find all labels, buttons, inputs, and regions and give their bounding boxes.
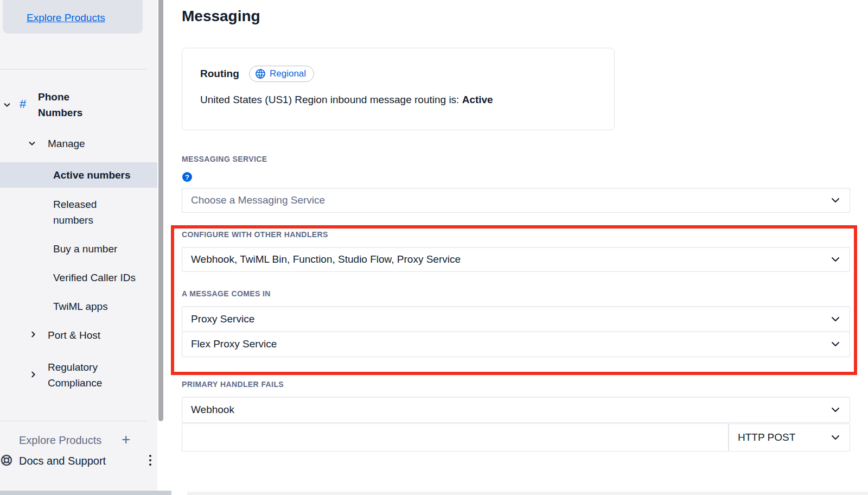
sidebar-item-twiml-apps[interactable]: TwiML apps — [53, 299, 108, 314]
chevron-down-icon — [830, 314, 841, 325]
footer-explore-products[interactable]: Explore Products — [19, 434, 101, 447]
explore-products-link[interactable]: Explore Products — [27, 12, 105, 24]
chevron-down-icon — [830, 339, 841, 350]
http-method-select[interactable]: HTTP POST — [729, 423, 850, 452]
explore-products-box: Explore Products — [3, 0, 143, 34]
messaging-service-label: MESSAGING SERVICE — [182, 155, 267, 163]
sidebar-item-manage[interactable]: Manage — [48, 136, 85, 151]
chevron-down-icon[interactable] — [3, 101, 11, 109]
page-title: Messaging — [182, 8, 260, 25]
primary-handler-fails-select[interactable]: Webhook — [182, 397, 850, 423]
sidebar-divider-top — [0, 69, 147, 69]
configure-handlers-select[interactable]: Webhook, TwiML Bin, Function, Studio Flo… — [182, 247, 850, 272]
routing-status-value: Active — [462, 94, 493, 105]
routing-card: Routing Regional United States (US1) Reg… — [182, 48, 615, 130]
routing-status-text: United States (US1) Region inbound messa… — [200, 94, 493, 106]
configure-handlers-label: CONFIGURE WITH OTHER HANDLERS — [182, 230, 328, 239]
flex-proxy-service-value: Flex Proxy Service — [191, 338, 277, 350]
chevron-down-icon[interactable] — [28, 139, 36, 147]
chevron-right-icon[interactable] — [29, 371, 37, 378]
sidebar-item-active-numbers[interactable]: Active numbers — [0, 162, 157, 188]
primary-handler-fails-label: PRIMARY HANDLER FAILS — [182, 380, 284, 389]
primary-handler-fails-value: Webhook — [191, 404, 234, 416]
chevron-down-icon — [830, 254, 841, 265]
routing-status-prefix: United States (US1) Region inbound messa… — [200, 94, 462, 105]
plus-icon[interactable]: + — [122, 434, 130, 445]
help-icon[interactable]: ? — [182, 172, 192, 182]
messaging-service-select[interactable]: Choose a Messaging Service — [182, 188, 850, 213]
messaging-service-placeholder: Choose a Messaging Service — [191, 194, 325, 206]
sidebar-item-label: Active numbers — [53, 167, 131, 183]
flex-proxy-service-select[interactable]: Flex Proxy Service — [182, 331, 850, 357]
phone-numbers-icon: # — [20, 97, 26, 111]
chevron-down-icon — [830, 432, 841, 443]
chevron-right-icon[interactable] — [29, 331, 37, 338]
sidebar-item-buy-a-number[interactable]: Buy a number — [53, 241, 117, 257]
http-method-value: HTTP POST — [738, 431, 795, 443]
chevron-down-icon — [830, 195, 841, 206]
sidebar: Explore Products # Phone Numbers Manage … — [0, 0, 157, 495]
window-bottom-edge-main — [187, 492, 868, 495]
message-comes-in-select[interactable]: Proxy Service — [182, 306, 850, 332]
globe-icon — [255, 68, 266, 79]
sidebar-item-phone-numbers[interactable]: Phone Numbers — [38, 89, 103, 120]
message-comes-in-value: Proxy Service — [191, 313, 254, 325]
footer-docs-and-support[interactable]: Docs and Support — [19, 453, 106, 469]
routing-card-title: Routing — [200, 68, 239, 80]
regional-badge: Regional — [249, 66, 314, 82]
sidebar-item-regulatory-compliance[interactable]: Regulatory Compliance — [48, 359, 121, 391]
sidebar-divider-bottom — [0, 421, 147, 421]
sidebar-item-port-host[interactable]: Port & Host — [48, 327, 100, 343]
chevron-down-icon — [830, 404, 841, 415]
sidebar-item-released-numbers[interactable]: Released numbers — [53, 196, 121, 228]
regional-badge-label: Regional — [270, 68, 306, 79]
message-comes-in-label: A MESSAGE COMES IN — [182, 289, 271, 298]
window-bottom-edge-sidebar — [0, 491, 171, 495]
handler-fails-url-input[interactable] — [182, 423, 729, 452]
configure-handlers-value: Webhook, TwiML Bin, Function, Studio Flo… — [191, 253, 461, 265]
kebab-menu-icon[interactable] — [149, 455, 151, 466]
sidebar-scrollbar[interactable] — [158, 0, 163, 421]
sidebar-item-verified-caller-ids[interactable]: Verified Caller IDs — [53, 270, 136, 285]
lifebuoy-icon — [0, 454, 13, 469]
